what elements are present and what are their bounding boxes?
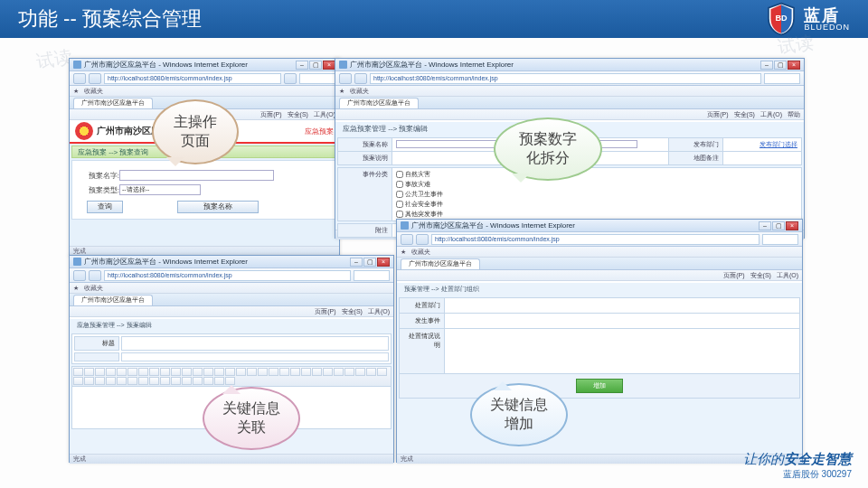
forward-button[interactable]: [89, 270, 101, 281]
titlebar[interactable]: 广州市南沙区应急平台 - Windows Internet Explorer –…: [335, 59, 804, 71]
url-input[interactable]: http://localhost:8080/emis/common/index.…: [104, 73, 281, 84]
close-button[interactable]: ×: [323, 61, 335, 70]
browser-tab[interactable]: 广州市南沙区应急平台: [73, 295, 153, 305]
menu-item[interactable]: 工具(O): [760, 110, 782, 119]
rte-tool-button[interactable]: [344, 368, 354, 376]
rte-tool-button[interactable]: [214, 368, 224, 376]
rte-tool-button[interactable]: [312, 368, 322, 376]
titlebar[interactable]: 广州市南沙区应急平台 - Windows Internet Explorer –…: [70, 256, 393, 268]
rte-tool-button[interactable]: [160, 368, 170, 376]
rte-tool-button[interactable]: [334, 368, 344, 376]
rte-tool-button[interactable]: [377, 368, 387, 376]
rte-tool-button[interactable]: [160, 377, 170, 385]
rte-tool-button[interactable]: [193, 377, 203, 385]
url-input[interactable]: http://localhost:8080/emis/common/index.…: [370, 73, 761, 84]
back-button[interactable]: [73, 270, 86, 281]
rte-tool-button[interactable]: [95, 368, 105, 376]
search-input[interactable]: [354, 270, 390, 281]
maximize-button[interactable]: ▢: [774, 61, 787, 70]
rte-tool-button[interactable]: [95, 377, 105, 385]
rte-tool-button[interactable]: [149, 377, 159, 385]
menu-item[interactable]: 安全(S): [734, 110, 755, 119]
plan-name-input[interactable]: [119, 170, 274, 181]
rte-tool-button[interactable]: [203, 377, 213, 385]
rte-tool-button[interactable]: [127, 368, 137, 376]
rte-tool-button[interactable]: [73, 368, 83, 376]
rte-tool-button[interactable]: [117, 377, 127, 385]
favorites-icon[interactable]: ★: [73, 88, 79, 95]
rte-tool-button[interactable]: [323, 368, 333, 376]
rte-tool-button[interactable]: [258, 368, 268, 376]
rte-tool-button[interactable]: [171, 368, 181, 376]
rte-tool-button[interactable]: [138, 368, 148, 376]
maximize-button[interactable]: ▢: [363, 258, 376, 267]
forward-button[interactable]: [354, 73, 367, 84]
favorites-icon[interactable]: ★: [339, 88, 344, 95]
titlebar[interactable]: 广州市南沙区应急平台 - Windows Internet Explorer –…: [70, 59, 339, 71]
rte-tool-button[interactable]: [193, 368, 203, 376]
search-input[interactable]: [764, 73, 800, 84]
rte-tool-button[interactable]: [247, 368, 257, 376]
close-button[interactable]: ×: [788, 61, 800, 70]
event-checkbox[interactable]: 自然灾害: [396, 170, 443, 179]
rte-tool-button[interactable]: [301, 368, 311, 376]
event-checkbox[interactable]: 其他突发事件: [396, 210, 443, 219]
close-button[interactable]: ×: [377, 258, 390, 267]
search-input[interactable]: [762, 234, 798, 245]
back-button[interactable]: [339, 73, 352, 84]
minimize-button[interactable]: –: [760, 61, 773, 70]
favorites-icon[interactable]: ★: [401, 249, 406, 256]
forward-button[interactable]: [416, 234, 429, 245]
rte-tool-button[interactable]: [290, 368, 300, 376]
close-button[interactable]: ×: [786, 221, 798, 230]
search-input[interactable]: [299, 73, 335, 84]
back-button[interactable]: [401, 234, 413, 245]
minimize-button[interactable]: –: [759, 221, 771, 230]
forward-button[interactable]: [89, 73, 101, 84]
query-button[interactable]: 查询: [87, 201, 123, 213]
rte-tool-button[interactable]: [73, 377, 83, 385]
rte-tool-button[interactable]: [236, 368, 246, 376]
rte-tool-button[interactable]: [171, 377, 181, 385]
event-checkbox[interactable]: 社会安全事件: [396, 200, 443, 209]
rte-tool-button[interactable]: [106, 368, 116, 376]
rte-tool-button[interactable]: [269, 368, 278, 376]
nav-link[interactable]: 应急预案: [305, 127, 334, 136]
rte-tool-button[interactable]: [106, 377, 116, 385]
rte-tool-button[interactable]: [366, 368, 376, 376]
refresh-button[interactable]: [284, 73, 297, 84]
rte-tool-button[interactable]: [279, 368, 289, 376]
maximize-button[interactable]: ▢: [309, 61, 322, 70]
back-button[interactable]: [73, 73, 86, 84]
minimize-button[interactable]: –: [350, 258, 363, 267]
menu-item[interactable]: 安全(S): [288, 110, 308, 119]
rte-tool-button[interactable]: [149, 368, 159, 376]
dept-select-link[interactable]: 发布部门选择: [760, 141, 797, 147]
menu-item[interactable]: 页面(P): [707, 110, 728, 119]
browser-tab[interactable]: 广州市南沙区应急平台: [73, 98, 153, 108]
event-checkbox[interactable]: 公共卫生事件: [396, 190, 443, 199]
rte-tool-button[interactable]: [138, 377, 148, 385]
rte-tool-button[interactable]: [117, 368, 127, 376]
rte-tool-button[interactable]: [225, 368, 235, 376]
rte-tool-button[interactable]: [203, 368, 213, 376]
titlebar[interactable]: 广州市南沙区应急平台 - Windows Internet Explorer –…: [397, 220, 802, 232]
menu-item[interactable]: 工具(O): [314, 110, 335, 119]
rte-tool-button[interactable]: [84, 368, 94, 376]
browser-tab[interactable]: 广州市南沙区应急平台: [401, 258, 480, 269]
rte-tool-button[interactable]: [182, 377, 192, 385]
event-checkbox[interactable]: 事故灾难: [396, 180, 443, 189]
rte-tool-button[interactable]: [127, 377, 137, 385]
url-input[interactable]: http://localhost:8080/emis/common/index.…: [104, 270, 351, 281]
add-button[interactable]: 增加: [576, 379, 623, 393]
rte-tool-button[interactable]: [182, 368, 192, 376]
menu-item[interactable]: 页面(P): [260, 110, 281, 119]
menu-item[interactable]: 帮助: [788, 110, 800, 119]
favorites-label[interactable]: 收藏夹: [84, 87, 103, 96]
favorites-icon[interactable]: ★: [73, 285, 79, 292]
rte-tool-button[interactable]: [84, 377, 94, 385]
browser-tab[interactable]: 广州市南沙区应急平台: [339, 98, 419, 108]
rte-tool-button[interactable]: [355, 368, 365, 376]
maximize-button[interactable]: ▢: [772, 221, 785, 230]
url-input[interactable]: http://localhost:8080/emis/common/index.…: [431, 234, 760, 245]
